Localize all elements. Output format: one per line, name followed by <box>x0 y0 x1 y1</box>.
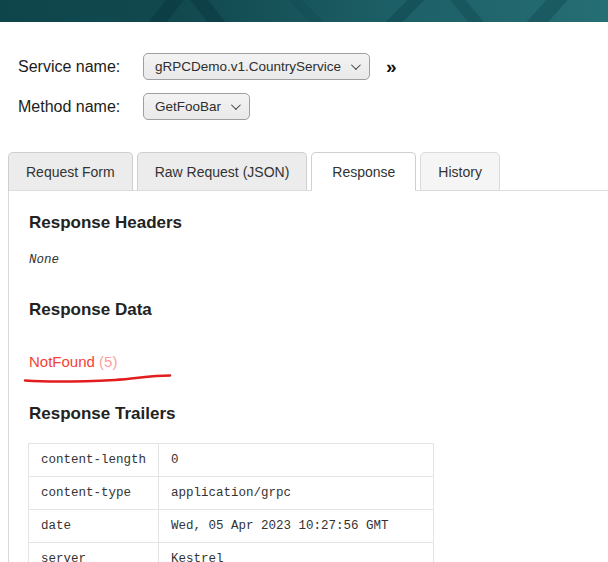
banner-streak <box>509 0 588 22</box>
method-row: Method name: GetFooBar <box>18 93 608 120</box>
trailer-value: Kestrel <box>159 543 434 562</box>
trailer-value: Wed, 05 Apr 2023 10:27:56 GMT <box>159 510 434 543</box>
response-headers-title: Response Headers <box>29 191 608 232</box>
banner-streak <box>137 0 197 22</box>
trailer-value: 0 <box>159 444 434 477</box>
method-name-label: Method name: <box>18 98 143 116</box>
table-row: server Kestrel <box>29 543 434 562</box>
tab-response[interactable]: Response <box>311 152 416 191</box>
banner-streak <box>270 0 340 22</box>
table-row: date Wed, 05 Apr 2023 10:27:56 GMT <box>29 510 434 543</box>
request-form-header: Service name: gRPCDemo.v1.CountryService… <box>0 53 608 120</box>
expand-services-button[interactable]: » <box>386 57 397 76</box>
response-error: NotFound (5) <box>29 353 229 384</box>
method-select-value: GetFooBar <box>155 99 221 114</box>
banner-streak <box>370 0 442 22</box>
tab-history[interactable]: History <box>420 152 500 191</box>
banner-streak <box>432 0 499 22</box>
error-status-text: NotFound <box>29 353 95 370</box>
banner-streak <box>60 13 121 22</box>
error-status-code: (5) <box>99 353 117 370</box>
table-row: content-type application/grpc <box>29 477 434 510</box>
chevron-down-icon <box>351 60 361 70</box>
method-select[interactable]: GetFooBar <box>143 93 250 120</box>
service-row: Service name: gRPCDemo.v1.CountryService… <box>18 53 608 80</box>
tab-bar: Request Form Raw Request (JSON) Response… <box>8 152 608 191</box>
response-trailers-table: content-length 0 content-type applicatio… <box>28 443 434 562</box>
response-trailers-title: Response Trailers <box>29 405 608 423</box>
top-banner <box>0 0 608 22</box>
tab-request-form[interactable]: Request Form <box>8 152 133 191</box>
banner-streak <box>177 0 237 22</box>
response-headers-value: None <box>29 253 608 267</box>
service-select[interactable]: gRPCDemo.v1.CountryService <box>143 53 370 80</box>
trailer-key: content-type <box>29 477 159 510</box>
service-name-label: Service name: <box>18 58 143 76</box>
red-underline-annotation <box>23 372 173 384</box>
response-panel: Response Headers None Response Data NotF… <box>8 191 608 562</box>
trailer-key: content-length <box>29 444 159 477</box>
response-data-title: Response Data <box>29 301 608 319</box>
trailer-key: server <box>29 543 159 562</box>
trailer-key: date <box>29 510 159 543</box>
tab-raw-request-json[interactable]: Raw Request (JSON) <box>137 152 308 191</box>
trailer-value: application/grpc <box>159 477 434 510</box>
chevron-down-icon <box>231 100 241 110</box>
service-select-value: gRPCDemo.v1.CountryService <box>155 59 341 74</box>
table-row: content-length 0 <box>29 444 434 477</box>
